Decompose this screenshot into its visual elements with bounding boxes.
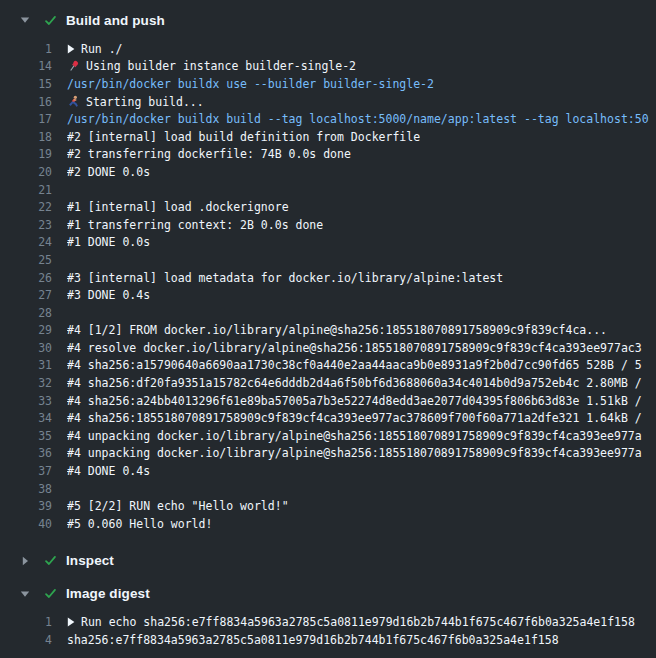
line-number[interactable]: 28 [0,306,52,320]
log-line: 21 [0,181,656,199]
log-text-content: #3 [internal] load metadata for docker.i… [67,271,503,285]
log-text-content: #2 [internal] load build definition from… [67,130,420,144]
log-line: 39#5 [2/2] RUN echo "Hello world!" [0,497,656,515]
line-number[interactable]: 16 [0,95,52,109]
log-text: #2 [internal] load build definition from… [67,130,656,144]
run-arrow-icon[interactable] [67,44,75,54]
line-number[interactable]: 19 [0,147,52,161]
log-text: Run echo sha256:e7ff8834a5963a2785c5a081… [67,615,656,629]
line-number[interactable]: 25 [0,253,52,267]
log-section-build-and-push: Build and push1Run ./14Using builder ins… [0,10,656,541]
log-line: 24#1 DONE 0.0s [0,234,656,252]
log-line: 4sha256:e7ff8834a5963a2785c5a0811e979d16… [0,631,656,649]
line-number[interactable]: 14 [0,59,52,73]
line-number[interactable]: 27 [0,288,52,302]
section-title: Inspect [66,553,114,568]
actions-log-viewer: Build and push1Run ./14Using builder ins… [0,0,656,658]
log-text: #4 unpacking docker.io/library/alpine@sh… [67,446,656,460]
line-number[interactable]: 36 [0,446,52,460]
log-text-content: #4 sha256:a24bb4013296f61e89ba57005a7b3e… [67,394,642,408]
line-number[interactable]: 26 [0,271,52,285]
line-number[interactable]: 23 [0,218,52,232]
line-number[interactable]: 18 [0,130,52,144]
check-icon [44,587,57,600]
log-line: 26#3 [internal] load metadata for docker… [0,269,656,287]
chevron-down-icon[interactable] [20,589,31,599]
line-number[interactable]: 37 [0,464,52,478]
log-line: 30#4 resolve docker.io/library/alpine@sh… [0,339,656,357]
log-text: #5 0.060 Hello world! [67,517,656,531]
log-line: 37#4 DONE 0.4s [0,462,656,480]
log-text-content: #5 0.060 Hello world! [67,517,212,531]
line-number[interactable]: 21 [0,183,52,197]
log-text: #4 [1/2] FROM docker.io/library/alpine@s… [67,323,656,337]
log-text: #4 sha256:a15790640a6690aa1730c38cf0a440… [67,358,656,372]
log-text: Starting build... [67,95,656,109]
log-text: #1 [internal] load .dockerignore [67,200,656,214]
line-number[interactable]: 31 [0,358,52,372]
line-number[interactable]: 22 [0,200,52,214]
line-number[interactable]: 35 [0,429,52,443]
log-text: #4 DONE 0.4s [67,464,656,478]
line-number[interactable]: 20 [0,165,52,179]
log-text-content: #4 DONE 0.4s [67,464,150,478]
log-text: Run ./ [67,42,656,56]
line-number[interactable]: 1 [0,615,52,629]
runner-icon [67,95,80,108]
section-header-image-digest[interactable]: Image digest [0,584,656,604]
log-text: #4 resolve docker.io/library/alpine@sha2… [67,341,656,355]
section-header-inspect[interactable]: Inspect [0,551,656,571]
line-number[interactable]: 24 [0,235,52,249]
line-number[interactable]: 34 [0,411,52,425]
log-text-content: #4 sha256:df20fa9351a15782c64e6dddb2d4a6… [67,376,642,390]
log-text-content: #1 [internal] load .dockerignore [67,200,289,214]
log-text: Using builder instance builder-single-2 [67,59,656,73]
line-number[interactable]: 29 [0,323,52,337]
log-text-content: Using builder instance builder-single-2 [86,59,356,73]
section-title: Image digest [66,586,150,601]
log-text-content: Run ./ [81,42,123,56]
log-line: 34#4 sha256:185518070891758909c9f839cf4c… [0,409,656,427]
log-text: #4 sha256:185518070891758909c9f839cf4ca3… [67,411,656,425]
log-text-content: #4 resolve docker.io/library/alpine@sha2… [67,341,642,355]
log-text: #2 transferring dockerfile: 74B 0.0s don… [67,147,656,161]
log-text: #4 sha256:a24bb4013296f61e89ba57005a7b3e… [67,394,656,408]
chevron-right-icon[interactable] [20,556,31,566]
log-line: 27#3 DONE 0.4s [0,286,656,304]
log-text: #3 [internal] load metadata for docker.i… [67,271,656,285]
line-number[interactable]: 33 [0,394,52,408]
log-line: 18#2 [internal] load build definition fr… [0,128,656,146]
check-icon [44,14,57,27]
log-line: 32#4 sha256:df20fa9351a15782c64e6dddb2d4… [0,374,656,392]
log-line: 38 [0,480,656,498]
log-lines-build-and-push: 1Run ./14Using builder instance builder-… [0,30,656,541]
section-header-build-and-push[interactable]: Build and push [0,10,656,30]
log-text: #1 DONE 0.0s [67,235,656,249]
log-text-content: sha256:e7ff8834a5963a2785c5a0811e979d16b… [67,633,559,647]
log-text: #5 [2/2] RUN echo "Hello world!" [67,499,656,513]
log-line: 40#5 0.060 Hello world! [0,515,656,533]
line-number[interactable]: 40 [0,517,52,531]
log-text-content: Run echo sha256:e7ff8834a5963a2785c5a081… [81,615,635,629]
line-number[interactable]: 32 [0,376,52,390]
log-line: 14Using builder instance builder-single-… [0,58,656,76]
line-number[interactable]: 30 [0,341,52,355]
log-text-content: #4 unpacking docker.io/library/alpine@sh… [67,429,642,443]
log-text-content: #4 sha256:185518070891758909c9f839cf4ca3… [67,411,642,425]
line-number[interactable]: 39 [0,499,52,513]
log-line: 23#1 transferring context: 2B 0.0s done [0,216,656,234]
line-number[interactable]: 1 [0,42,52,56]
log-text: /usr/bin/docker buildx use --builder bui… [67,77,656,91]
log-lines-image-digest: 1Run echo sha256:e7ff8834a5963a2785c5a08… [0,604,656,657]
line-number[interactable]: 4 [0,633,52,647]
log-line: 31#4 sha256:a15790640a6690aa1730c38cf0a4… [0,357,656,375]
log-text-content: Starting build... [86,95,204,109]
log-line: 35#4 unpacking docker.io/library/alpine@… [0,427,656,445]
log-line: 25 [0,251,656,269]
run-arrow-icon[interactable] [67,617,75,627]
line-number[interactable]: 38 [0,482,52,496]
line-number[interactable]: 15 [0,77,52,91]
log-line: 28 [0,304,656,322]
chevron-down-icon[interactable] [20,15,31,25]
line-number[interactable]: 17 [0,112,52,126]
